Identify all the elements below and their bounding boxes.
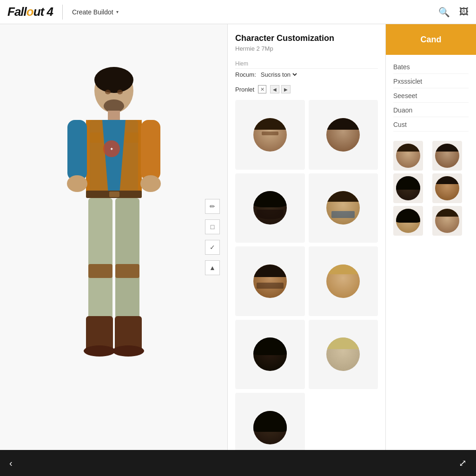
prev-preset-button[interactable]: ◀ [270, 85, 279, 93]
face-option-1[interactable] [235, 100, 305, 170]
app-logo: Fallout 4 [7, 5, 53, 19]
face-option-3[interactable] [235, 173, 305, 243]
character-figure: ✦ [40, 46, 188, 428]
face-option-6[interactable] [309, 246, 378, 316]
check-tool[interactable]: ✓ [205, 240, 220, 255]
face-avatar-7 [253, 337, 287, 371]
right-face-avatar-4 [435, 176, 459, 200]
main-content: ✦ ✏ □ ✓ ▲ Character Customization Hermi [0, 24, 476, 450]
svg-rect-24 [90, 132, 103, 143]
right-face-avatar-3 [396, 176, 420, 200]
menu-item-seeseet[interactable]: Seeseet [393, 89, 469, 103]
face-avatar-4 [326, 191, 360, 225]
top-bar: Fallout 4 Create Buildot ▾ 🔍 🖼 [0, 0, 476, 24]
svg-rect-10 [67, 120, 87, 180]
racum-field: Rocum: Sucriss ton [235, 71, 378, 79]
right-face-3[interactable] [393, 173, 423, 203]
face-avatar-1 [253, 118, 287, 152]
search-button[interactable]: 🔍 [438, 7, 450, 18]
box-icon: □ [211, 223, 214, 231]
chevron-down-icon: ▾ [116, 9, 119, 14]
item-label: Hiem [235, 60, 378, 69]
top-bar-right: 🔍 🖼 [438, 7, 469, 18]
racum-label: Rocum: [235, 71, 256, 78]
add-image-button[interactable]: 🖼 [459, 7, 469, 17]
svg-rect-5 [108, 111, 120, 121]
divider [62, 5, 63, 20]
face-option-2[interactable] [309, 100, 378, 170]
face-option-5[interactable] [235, 246, 305, 316]
preset-navigation: ◀ ▶ [270, 85, 291, 93]
face-option-8[interactable] [309, 320, 378, 390]
box-tool[interactable]: □ [205, 219, 220, 234]
edit-tool[interactable]: ✏ [205, 199, 220, 214]
right-face-avatar-2 [435, 144, 459, 168]
panel-subtitle: Hermie 2 7Mp [235, 45, 378, 52]
next-preset-button[interactable]: ▶ [281, 85, 291, 93]
svg-point-1 [94, 67, 133, 93]
face-preset-grid [235, 100, 378, 450]
svg-point-3 [117, 90, 123, 94]
right-panel: Cand Bates Pxsssiclet Seeseet Duaon Cust [386, 24, 476, 450]
character-panel: ✦ ✏ □ ✓ ▲ [0, 24, 228, 450]
svg-rect-16 [88, 264, 112, 278]
add-image-icon: 🖼 [459, 7, 469, 17]
right-menu: Bates Pxsssiclet Seeseet Duaon Cust [386, 55, 476, 137]
pronlet-row: Pronlet ✕ ◀ ▶ [235, 85, 378, 93]
right-face-6[interactable] [432, 206, 462, 236]
create-label: Create Buildot [72, 8, 113, 16]
svg-rect-14 [88, 198, 112, 319]
close-preset-button[interactable]: ✕ [258, 85, 266, 93]
right-face-4[interactable] [432, 173, 462, 203]
menu-item-duaon[interactable]: Duaon [393, 104, 469, 117]
character-preview: ✦ [26, 42, 202, 432]
search-icon: 🔍 [438, 7, 450, 18]
svg-point-4 [104, 99, 124, 112]
face-option-4[interactable] [309, 173, 378, 243]
right-face-avatar-5 [396, 209, 420, 233]
side-tools: ✏ □ ✓ ▲ [205, 199, 220, 275]
face-avatar-6 [326, 264, 360, 298]
right-face-5[interactable] [393, 206, 423, 236]
menu-item-cust[interactable]: Cust [393, 118, 469, 132]
svg-point-19 [84, 345, 115, 357]
face-avatar-9 [253, 411, 287, 444]
right-face-1[interactable] [393, 141, 423, 171]
svg-rect-12 [141, 120, 160, 180]
edit-icon: ✏ [210, 203, 215, 210]
face-avatar-3 [253, 191, 287, 225]
pronlet-label: Pronlet [235, 86, 254, 93]
racum-select[interactable]: Sucriss ton [259, 71, 298, 79]
customization-panel: Character Customization Hermie 2 7Mp Hie… [228, 24, 386, 450]
share-button[interactable]: ⤢ [459, 457, 467, 469]
back-button[interactable]: ‹ [9, 458, 13, 469]
menu-item-pxsssiclet[interactable]: Pxsssiclet [393, 75, 469, 88]
menu-item-bates[interactable]: Bates [393, 60, 469, 74]
svg-text:✦: ✦ [110, 146, 113, 152]
face-option-7[interactable] [235, 320, 305, 390]
right-face-avatar-1 [396, 144, 420, 168]
bottom-bar: ‹ ⤢ [0, 450, 476, 476]
svg-point-21 [112, 345, 144, 357]
check-icon: ✓ [210, 244, 215, 251]
svg-rect-15 [115, 198, 139, 319]
right-face-avatar-6 [435, 209, 459, 233]
pronlet-field: Pronlet ✕ ◀ ▶ [235, 85, 378, 93]
face-avatar-2 [326, 118, 360, 152]
svg-rect-9 [109, 192, 119, 197]
cand-button[interactable]: Cand [386, 24, 476, 55]
svg-point-2 [105, 90, 111, 94]
create-button[interactable]: Create Buildot ▾ [72, 8, 119, 16]
face-option-9[interactable] [235, 393, 305, 450]
svg-rect-17 [115, 264, 139, 278]
up-tool[interactable]: ▲ [205, 260, 220, 275]
svg-rect-25 [126, 132, 139, 143]
right-face-2[interactable] [432, 141, 462, 171]
up-icon: ▲ [209, 264, 216, 271]
item-field: Hiem Rocum: Sucriss ton [235, 60, 378, 79]
svg-point-13 [140, 175, 161, 192]
face-avatar-5 [253, 264, 287, 298]
face-avatar-8 [326, 337, 360, 371]
right-face-grid [386, 137, 476, 239]
panel-title: Character Customization [235, 33, 378, 43]
